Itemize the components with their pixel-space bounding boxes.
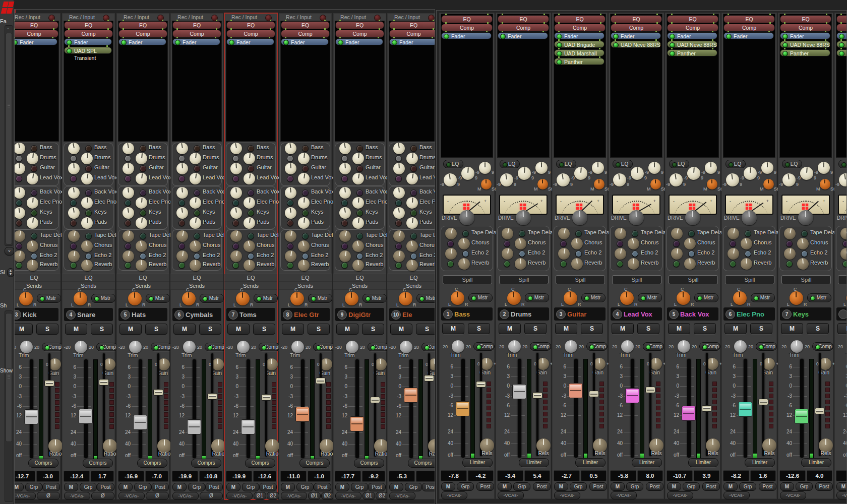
phase-invert-button[interactable]: Ø2	[267, 492, 279, 500]
rail-scroll-down-button[interactable]: v	[5, 247, 14, 256]
channel-name[interactable]: Kick	[23, 310, 36, 320]
send-mode-knob[interactable]	[447, 240, 454, 247]
pan-knob[interactable]	[451, 291, 464, 305]
metering-button[interactable]: M	[498, 482, 512, 491]
post-button[interactable]: Post	[259, 483, 277, 491]
fader-handle[interactable]	[350, 416, 364, 431]
makeup-gain-knob[interactable]	[819, 357, 831, 370]
fader-handle[interactable]	[133, 415, 147, 430]
spill-button[interactable]: Spill	[838, 275, 847, 284]
makeup-fader-handle[interactable]	[153, 389, 163, 396]
send-mode-knob[interactable]	[287, 175, 293, 182]
group-button[interactable]: Grp	[188, 483, 205, 491]
send-mode-knob[interactable]	[504, 261, 510, 267]
send-mode-knob[interactable]	[395, 200, 402, 206]
mute-button[interactable]: M	[227, 324, 250, 335]
send-mode-knob[interactable]	[178, 243, 185, 249]
channel-name[interactable]: Lead Vox	[624, 309, 652, 319]
send-mode-knob[interactable]	[410, 210, 417, 216]
send-mode-knob[interactable]	[287, 200, 293, 206]
comp-enable-button[interactable]: Comp	[756, 342, 777, 351]
send-mode-knob[interactable]	[575, 230, 582, 237]
eq-enable-button[interactable]: EQ	[500, 160, 520, 168]
solo-button[interactable]: S	[36, 324, 58, 335]
solo-button[interactable]: S	[253, 324, 275, 335]
eq-low-knob[interactable]	[612, 172, 627, 187]
eq-mid-knob[interactable]	[687, 166, 701, 180]
post-button[interactable]: Post	[422, 483, 435, 491]
channel-strip-cymbals[interactable]: Rec / InputEQCompFaderBassDrumsGuitarLea…	[170, 13, 223, 499]
eq-enable-button[interactable]: EQ	[838, 160, 847, 168]
fader-value[interactable]: -12.6	[779, 470, 806, 481]
section-sends-header[interactable]: Sends	[116, 282, 169, 290]
send-mode-knob[interactable]	[395, 243, 402, 249]
gain-value[interactable]: -7.0	[145, 471, 168, 482]
master-assign-button[interactable]: Mstr	[254, 294, 278, 303]
send-level-knob[interactable]	[176, 162, 189, 175]
send-mode-knob[interactable]	[560, 261, 567, 267]
processor-fader[interactable]: Fader	[498, 32, 548, 39]
post-button[interactable]: Post	[205, 483, 223, 491]
channel-name[interactable]: Back Vox	[680, 309, 709, 319]
fader-value[interactable]: -16.9	[118, 471, 144, 482]
trim-knob[interactable]	[237, 341, 250, 353]
send-mode-knob[interactable]	[447, 261, 454, 267]
comp-enable-button[interactable]: Comp	[368, 343, 389, 351]
send-mode-knob[interactable]	[140, 233, 146, 239]
rail-scrollbar-bottom[interactable]	[5, 310, 13, 502]
width-mono-st-knob[interactable]	[481, 179, 492, 190]
send-mode-knob[interactable]	[140, 190, 146, 196]
send-mode-knob[interactable]	[125, 175, 131, 182]
send-mode-knob[interactable]	[560, 240, 567, 247]
comp-enable-button[interactable]: Comp	[586, 342, 608, 351]
section-eq-header[interactable]: EQ	[14, 274, 60, 282]
send-mode-knob[interactable]	[194, 165, 200, 172]
fader-track[interactable]	[355, 359, 359, 458]
processor-eq[interactable]: EQ	[498, 15, 549, 23]
fader-track[interactable]	[247, 359, 250, 458]
send-mode-knob[interactable]	[632, 250, 638, 257]
makeup-gain-knob[interactable]	[103, 358, 115, 370]
channel-name[interactable]: Bass	[454, 309, 470, 319]
send-level-knob[interactable]	[68, 162, 80, 175]
fader-handle[interactable]	[456, 401, 470, 416]
gain-value[interactable]: -1.0	[308, 471, 331, 482]
group-button[interactable]: Grp	[296, 483, 314, 491]
eq-high-knob[interactable]	[535, 162, 548, 174]
processor-fader[interactable]: Fader	[611, 32, 661, 39]
makeup-fader-handle[interactable]	[424, 375, 434, 382]
spill-button[interactable]: Spill	[725, 275, 774, 284]
processor-eq[interactable]: EQ	[64, 21, 113, 29]
spill-button[interactable]: Spill	[556, 275, 605, 284]
send-mode-knob[interactable]	[70, 155, 77, 162]
send-mode-knob[interactable]	[356, 233, 363, 239]
processor-comp[interactable]: Comp	[226, 30, 275, 38]
comp-enable-button[interactable]: Comp	[151, 343, 172, 351]
width-mono-st-knob[interactable]	[537, 179, 548, 190]
channel-name[interactable]: DigiGtr	[348, 310, 371, 320]
send-mode-knob[interactable]	[302, 190, 309, 196]
processor-eq[interactable]: EQ	[226, 21, 275, 29]
solo-button[interactable]: S	[362, 324, 384, 335]
send-mode-knob[interactable]	[786, 240, 793, 247]
send-mode-knob[interactable]	[70, 243, 77, 249]
channel-strip-keys[interactable]: EQCompFaderUAD Neve 88RSPantherEQ-99-99-…	[778, 13, 833, 499]
spill-button[interactable]: Spill	[443, 275, 492, 284]
send-mode-knob[interactable]	[745, 230, 751, 237]
processor-eq[interactable]: EQ	[441, 15, 493, 23]
mute-button[interactable]: M	[668, 323, 690, 334]
pan-knob[interactable]	[564, 291, 577, 305]
mute-button[interactable]: M	[173, 324, 196, 335]
limiter-button[interactable]: Limiter	[519, 458, 549, 467]
solo-button[interactable]: S	[750, 323, 772, 334]
group-button[interactable]: Grp	[683, 482, 700, 491]
send-mode-knob[interactable]	[232, 243, 239, 249]
send-mode-knob[interactable]	[575, 250, 582, 257]
compressor-button[interactable]: Comprs	[245, 459, 275, 468]
metering-button[interactable]: M	[389, 483, 403, 491]
drive-knob[interactable]	[741, 210, 757, 225]
send-mode-knob[interactable]	[248, 233, 254, 239]
solo-button[interactable]: S	[524, 323, 547, 334]
metering-button[interactable]: M	[226, 483, 240, 491]
channel-strip-ch7[interactable]: EQCompFaderEQ-99-99-99MSt -+ DRIVETape D…	[834, 13, 847, 499]
